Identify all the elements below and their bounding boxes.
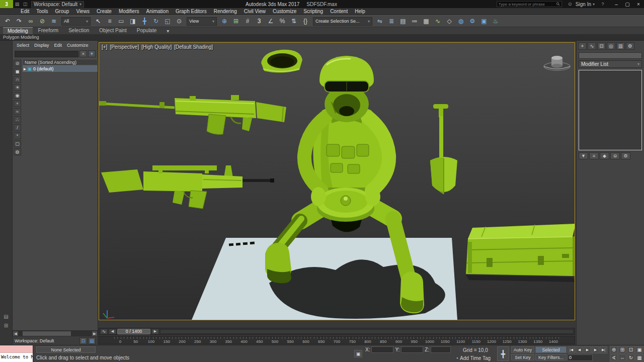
filter-icon[interactable]: ▼ — [88, 50, 96, 57]
scroll-left-icon[interactable]: ◀ — [13, 331, 19, 336]
menu-item[interactable]: Rendering — [210, 8, 240, 15]
align-icon[interactable]: ≣ — [386, 16, 397, 26]
go-to-start-button[interactable]: |◀ — [568, 346, 575, 353]
set-key-button[interactable]: Set Key — [511, 354, 534, 360]
display-shapes-icon[interactable]: ∩ — [14, 76, 21, 83]
display-materials-icon[interactable]: ◍ — [14, 148, 21, 155]
auto-key-button[interactable]: Auto Key — [511, 346, 534, 353]
macro-recorder-line[interactable] — [0, 345, 33, 353]
menu-item[interactable]: Animation — [142, 8, 172, 15]
modifier-stack[interactable] — [579, 70, 642, 150]
time-slider-handle[interactable]: 0 / 1400 — [117, 329, 150, 334]
time-slider-track[interactable] — [160, 329, 574, 334]
render-setup-icon[interactable]: ⚙ — [467, 16, 478, 26]
orbit-icon[interactable]: ↻ — [627, 354, 635, 361]
zoom-all-icon[interactable]: ⊞ — [618, 346, 626, 353]
lock-toggle-icon[interactable]: ⊞ — [1, 321, 12, 330]
display-spacewarps-icon[interactable]: ≈ — [14, 108, 21, 115]
spinner-snap-icon[interactable]: ⇅ — [288, 16, 299, 26]
display-frozen-icon[interactable]: * — [14, 132, 21, 139]
angle-snap-icon[interactable]: ∠ — [265, 16, 276, 26]
x-coordinate-field[interactable] — [371, 346, 393, 353]
rendered-frame-icon[interactable]: ▣ — [478, 16, 490, 26]
reference-coordinate-dropdown[interactable]: View▾ — [187, 17, 217, 26]
land-mine[interactable] — [317, 188, 374, 222]
y-coordinate-field[interactable] — [401, 346, 423, 353]
named-selection-sets-dropdown[interactable]: Create Selection Se...▾ — [313, 17, 372, 26]
menu-item[interactable]: Civil View — [240, 8, 269, 15]
maximize-button[interactable]: ▢ — [622, 0, 633, 8]
ribbon-panel-polygon-modeling[interactable]: Polygon Modeling — [0, 34, 644, 41]
bind-to-space-warp-icon[interactable]: ≋ — [48, 16, 59, 26]
search-input[interactable] — [499, 2, 555, 7]
display-geometry-icon[interactable]: ◼ — [14, 68, 21, 75]
explorer-menu-item[interactable]: Select — [15, 42, 31, 49]
perspective-viewport[interactable]: [+] [Perspective] [High Quality] [Defaul… — [99, 42, 575, 320]
display-particles-icon[interactable]: ∴ — [14, 116, 21, 123]
play-button[interactable]: ▶ — [584, 346, 591, 353]
make-unique-icon[interactable]: ◆ — [600, 152, 609, 159]
menu-item[interactable]: Customize — [269, 8, 300, 15]
explorer-column-header[interactable]: Name (Sorted Ascending) — [23, 59, 98, 65]
explorer-menu-item[interactable]: Customize — [65, 42, 91, 49]
minimize-button[interactable]: – — [611, 0, 622, 8]
modifier-list-dropdown[interactable]: Modifier List ▾ — [579, 60, 642, 68]
render-production-icon[interactable]: ♨ — [490, 16, 501, 26]
key-filters-button[interactable]: Key Filters... — [535, 354, 567, 360]
search-box[interactable]: ⚲ — [497, 1, 562, 7]
display-helpers-icon[interactable]: + — [14, 100, 21, 107]
undo-icon[interactable]: ↶ — [2, 16, 13, 26]
select-by-name-icon[interactable]: ≡ — [104, 16, 115, 26]
remove-modifier-icon[interactable]: ⊖ — [610, 152, 620, 159]
select-and-scale-icon[interactable]: ◱ — [162, 16, 173, 26]
toggle-layer-explorer-icon[interactable]: ≔ — [409, 16, 420, 26]
clear-search-icon[interactable]: × — [79, 50, 87, 57]
listener-line[interactable]: Welcome to M — [0, 353, 33, 362]
explorer-search-input[interactable] — [15, 51, 78, 57]
ribbon-overflow-icon[interactable]: ▾ — [162, 28, 174, 34]
viewport-shading-menu[interactable]: [Default Shading] — [174, 44, 213, 50]
hierarchy-tab-icon[interactable]: ⊟ — [597, 42, 606, 50]
ribbon-tab[interactable]: Selection — [64, 27, 94, 34]
motion-tab-icon[interactable]: ◎ — [607, 42, 615, 50]
zoom-extents-all-icon[interactable]: ▣ — [635, 346, 643, 353]
selection-lock-small-icon[interactable]: ▤ — [88, 337, 96, 344]
material-editor-icon[interactable]: ◍ — [455, 16, 466, 26]
zoom-icon[interactable]: ⊕ — [610, 346, 618, 353]
rectangular-selection-icon[interactable]: ▭ — [116, 16, 127, 26]
go-to-end-button[interactable]: ▶| — [600, 346, 607, 353]
display-none-icon[interactable]: ⊘ — [14, 60, 21, 67]
layer-row-default[interactable]: ▸ ▣ 0 (default) — [23, 65, 98, 72]
select-and-manipulate-icon[interactable]: ⊞ — [230, 16, 242, 26]
select-object-icon[interactable]: ↖ — [93, 16, 104, 26]
set-keys-button[interactable]: ╋ — [497, 346, 509, 361]
menu-item[interactable]: Tools — [33, 8, 51, 15]
window-crossing-icon[interactable]: ◨ — [127, 16, 138, 26]
display-lights-icon[interactable]: ☀ — [14, 84, 21, 91]
display-cameras-icon[interactable]: ◉ — [14, 92, 21, 99]
next-frame-button[interactable]: ▶ — [592, 346, 599, 353]
previous-frame-button[interactable]: ◀ — [576, 346, 583, 353]
pin-stack-icon[interactable]: ▼ — [579, 152, 588, 159]
save-file-icon[interactable]: ◫ — [21, 1, 29, 8]
viewport-canvas[interactable] — [99, 43, 575, 320]
menu-item[interactable]: Help — [351, 8, 369, 15]
time-slider[interactable]: ∿ ◀ 0 / 1400 ▶ — [99, 328, 575, 335]
ribbon-tab[interactable]: Object Paint — [95, 27, 131, 34]
workspace-footer-label[interactable]: Workspace: Default — [15, 338, 78, 343]
current-frame-field[interactable]: 0 — [568, 354, 593, 361]
close-button[interactable]: × — [633, 0, 644, 8]
select-and-place-icon[interactable]: ⊙ — [174, 16, 185, 26]
help-icon[interactable]: ? — [599, 1, 607, 8]
unlink-selection-icon[interactable]: ⊘ — [37, 16, 48, 26]
viewport-quality-menu[interactable]: [High Quality] — [141, 44, 172, 50]
menu-item[interactable]: Modifiers — [115, 8, 143, 15]
search-icon[interactable]: ⚲ — [555, 1, 561, 7]
explorer-hscrollbar[interactable]: ◀ ▶ — [13, 330, 98, 336]
select-and-link-icon[interactable]: ∞ — [25, 16, 36, 26]
menu-icon[interactable]: ▤ — [13, 1, 21, 8]
menu-item[interactable]: Views — [72, 8, 93, 15]
workspace-dropdown[interactable]: Workspace: Default ▾ — [31, 1, 84, 8]
snaps-toggle-icon[interactable]: 3 — [254, 16, 265, 26]
utilities-tab-icon[interactable]: ⚙ — [626, 42, 634, 50]
